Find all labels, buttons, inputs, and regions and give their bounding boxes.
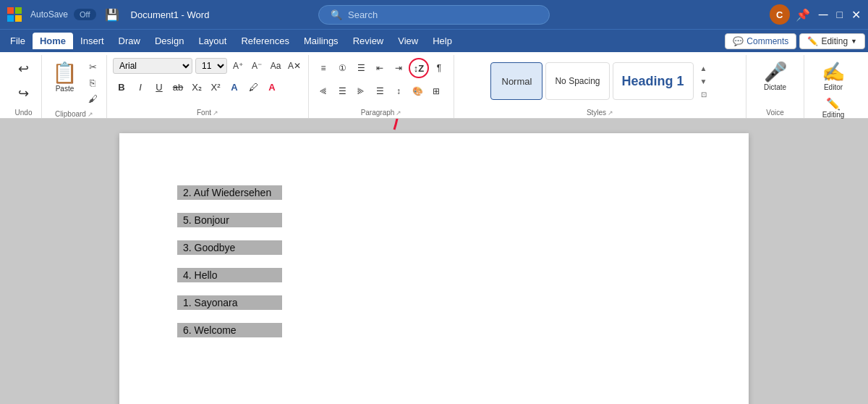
menu-item-review[interactable]: Review xyxy=(346,33,391,49)
styles-scroll-up[interactable]: ▲ xyxy=(698,62,710,74)
undo-button[interactable]: ↩ xyxy=(13,58,35,80)
redo-button[interactable]: ↪ xyxy=(13,83,35,104)
styles-group-label: Styles ↗ xyxy=(460,107,740,118)
close-icon[interactable]: ✕ xyxy=(851,8,861,22)
list-item-5[interactable]: 1. Sayonara xyxy=(177,295,282,310)
menu-bar-right: 💬 Comments ✏️ Editing ▼ xyxy=(725,33,865,49)
align-left-button[interactable]: ⫷ xyxy=(315,83,332,100)
increase-indent-button[interactable]: ⇥ xyxy=(390,59,407,77)
undo-group: ↩ ↪ Undo xyxy=(6,55,42,118)
comments-button[interactable]: 💬 Comments xyxy=(725,33,796,49)
menu-item-mailings[interactable]: Mailings xyxy=(297,33,346,49)
editor-icon: ✍️ xyxy=(822,61,845,83)
save-icon[interactable]: 💾 xyxy=(105,8,119,22)
styles-scroll-down[interactable]: ▼ xyxy=(698,75,710,87)
list-item-2[interactable]: 5. Bonjour xyxy=(177,213,282,227)
list-item: 4. Hello xyxy=(177,264,691,287)
list-item-1[interactable]: 2. Auf Wiedersehen xyxy=(177,185,282,200)
para-expand-icon[interactable]: ↗ xyxy=(396,109,401,117)
minimize-icon[interactable]: ─ xyxy=(819,7,828,22)
text-effects-button[interactable]: A xyxy=(226,78,243,96)
cut-button[interactable]: ✂ xyxy=(85,59,101,74)
clear-format-button[interactable]: A✕ xyxy=(286,58,302,74)
clipboard-group-label: Clipboard ↗ xyxy=(48,109,101,119)
search-icon: 🔍 xyxy=(331,9,342,20)
menu-item-draw[interactable]: Draw xyxy=(111,33,148,49)
superscript-button[interactable]: X² xyxy=(207,78,224,96)
menu-item-insert[interactable]: Insert xyxy=(73,33,111,49)
clipboard-expand-icon[interactable]: ↗ xyxy=(88,111,93,118)
voice-group: 🎤 Dictate Voice xyxy=(746,55,804,118)
change-case-button[interactable]: Aa xyxy=(268,58,284,74)
font-grow-button[interactable]: A⁺ xyxy=(230,58,246,74)
numbering-button[interactable]: ① xyxy=(333,59,351,77)
bullets-button[interactable]: ≡ xyxy=(315,59,332,77)
autosave-label: AutoSave xyxy=(30,9,68,20)
list-item: 2. Auf Wiedersehen xyxy=(177,181,691,204)
justify-button[interactable]: ☰ xyxy=(371,83,388,100)
font-color-button[interactable]: A xyxy=(263,78,281,96)
menu-item-file[interactable]: File xyxy=(3,33,33,49)
align-center-button[interactable]: ☰ xyxy=(333,83,351,100)
app-window: AutoSave Off 💾 Document1 - Word 🔍 Search… xyxy=(0,0,868,404)
doc-title: Document1 - Word xyxy=(131,9,210,20)
paragraph-group-label: Paragraph ↗ xyxy=(315,107,448,118)
search-box[interactable]: 🔍 Search xyxy=(318,5,550,25)
italic-button[interactable]: I xyxy=(132,78,149,96)
shading-button[interactable]: 🎨 xyxy=(409,83,426,100)
style-normal[interactable]: Normal xyxy=(490,62,542,100)
style-no-spacing[interactable]: No Spacing xyxy=(545,62,609,100)
menu-item-help[interactable]: Help xyxy=(425,33,459,49)
chevron-down-icon: ▼ xyxy=(851,38,857,45)
highlight-button[interactable]: 🖊 xyxy=(244,78,262,96)
subscript-button[interactable]: X₂ xyxy=(188,78,205,96)
align-right-button[interactable]: ⫸ xyxy=(352,83,370,100)
styles-scroll-controls: ▲ ▼ ⊡ xyxy=(698,62,710,100)
format-painter-button[interactable]: 🖌 xyxy=(85,91,101,106)
list-item: 1. Sayonara xyxy=(177,291,691,314)
menu-item-layout[interactable]: Layout xyxy=(191,33,234,49)
copy-button[interactable]: ⎘ xyxy=(85,75,101,90)
list-item-4[interactable]: 4. Hello xyxy=(177,268,282,282)
editing-mode-icon: ✏️ xyxy=(826,97,841,111)
line-spacing-button[interactable]: ↕ xyxy=(390,83,407,100)
editor-button[interactable]: ✍️ Editor xyxy=(819,58,848,94)
menu-item-home[interactable]: Home xyxy=(33,33,73,49)
font-group: Arial 11 A⁺ A⁻ Aa A✕ B I U ab xyxy=(107,55,309,118)
strikethrough-button[interactable]: ab xyxy=(169,78,187,96)
bold-button[interactable]: B xyxy=(113,78,130,96)
autosave-toggle[interactable]: Off xyxy=(74,9,95,20)
menu-item-view[interactable]: View xyxy=(391,33,425,49)
list-item-3[interactable]: 3. Goodbye xyxy=(177,240,282,255)
style-heading1[interactable]: Heading 1 xyxy=(613,62,694,100)
dictate-button[interactable]: 🎤 Dictate xyxy=(761,58,790,94)
maximize-icon[interactable]: □ xyxy=(837,9,843,20)
font-name-row: Arial 11 A⁺ A⁻ Aa A✕ xyxy=(113,58,302,74)
font-name-select[interactable]: Arial xyxy=(113,58,192,74)
ribbon-content: ↩ ↪ Undo 📋 Paste ✂ ⎘ 🖌 xyxy=(0,52,868,119)
title-bar-center: 🔍 Search xyxy=(292,5,576,25)
menu-item-design[interactable]: Design xyxy=(148,33,191,49)
multilevel-button[interactable]: ☰ xyxy=(352,59,370,77)
menu-item-references[interactable]: References xyxy=(234,33,296,49)
title-bar: AutoSave Off 💾 Document1 - Word 🔍 Search… xyxy=(0,0,868,29)
user-avatar[interactable]: C xyxy=(770,4,790,25)
show-marks-button[interactable]: ¶ xyxy=(430,59,448,77)
decrease-indent-button[interactable]: ⇤ xyxy=(371,59,388,77)
pin-icon[interactable]: 📌 xyxy=(796,8,810,22)
underline-button[interactable]: U xyxy=(150,78,168,96)
font-shrink-button[interactable]: A⁻ xyxy=(249,58,265,74)
editing-button[interactable]: ✏️ Editing ▼ xyxy=(799,33,865,49)
editing-mode-button[interactable]: ✏️ Editing xyxy=(821,96,846,120)
windows-icon[interactable] xyxy=(7,7,22,22)
borders-button[interactable]: ⊞ xyxy=(427,83,445,100)
font-expand-icon[interactable]: ↗ xyxy=(213,109,218,117)
font-size-select[interactable]: 11 xyxy=(195,58,227,74)
comments-icon: 💬 xyxy=(733,36,744,46)
styles-expand[interactable]: ⊡ xyxy=(698,88,710,100)
styles-expand-icon[interactable]: ↗ xyxy=(608,109,613,117)
paste-button[interactable]: 📋 Paste xyxy=(48,58,82,96)
list-item-6[interactable]: 6. Welcome xyxy=(177,323,282,337)
sort-button[interactable]: ↕Z xyxy=(409,58,429,78)
arrow-annotation xyxy=(351,119,438,147)
